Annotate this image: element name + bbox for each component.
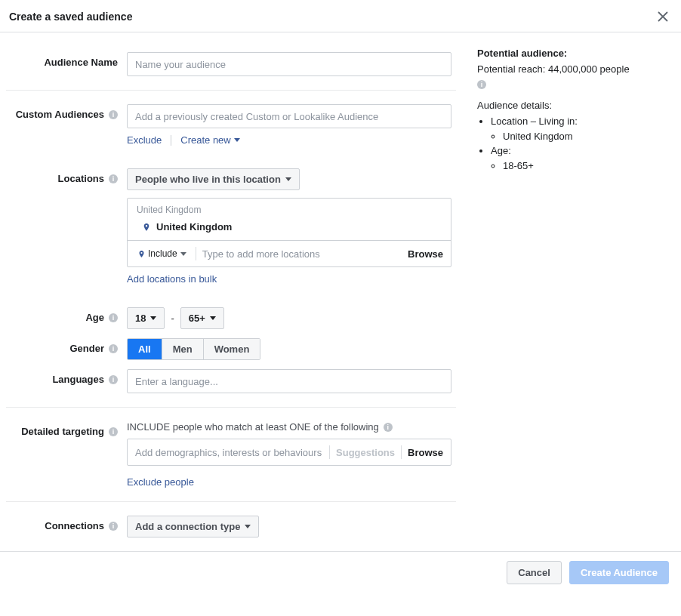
targeting-include-heading: INCLUDE people who match at least ONE of…	[127, 421, 379, 433]
connections-dropdown-label: Add a connection type	[135, 521, 240, 532]
create-saved-audience-modal: Create a saved audience Audience Name Cu…	[0, 0, 681, 593]
include-label: Include	[148, 248, 177, 259]
browse-locations-button[interactable]: Browse	[408, 248, 443, 260]
pin-icon	[143, 223, 150, 231]
caret-down-icon	[150, 316, 156, 320]
targeting-box: Suggestions Browse	[127, 439, 451, 466]
location-type-label: People who live in this location	[135, 174, 281, 185]
gender-button-group: All Men Women	[127, 338, 260, 360]
suggestions-button[interactable]: Suggestions	[336, 447, 395, 458]
modal-header: Create a saved audience	[0, 0, 681, 32]
detail-location-value: United Kingdom	[503, 129, 669, 144]
info-icon[interactable]: i	[384, 423, 393, 432]
divider	[6, 501, 456, 502]
add-locations-bulk-link[interactable]: Add locations in bulk	[127, 273, 217, 285]
close-icon[interactable]	[657, 11, 669, 23]
info-icon[interactable]: i	[109, 344, 118, 353]
age-max-dropdown[interactable]: 65+	[180, 307, 224, 329]
detail-location: Location – Living in: United Kingdom	[491, 114, 669, 143]
divider	[6, 407, 456, 408]
custom-audiences-label: Custom Audiences	[16, 109, 104, 120]
separator	[196, 247, 196, 260]
audience-details-heading: Audience details:	[477, 100, 669, 111]
location-item[interactable]: United Kingdom	[128, 217, 451, 240]
create-new-label: Create new	[180, 134, 230, 146]
detail-age-label: Age:	[491, 145, 511, 156]
detail-location-label: Location – Living in:	[491, 116, 578, 127]
separator	[401, 445, 402, 459]
info-icon[interactable]: i	[109, 313, 118, 322]
locations-label: Locations	[58, 173, 104, 184]
create-new-link[interactable]: Create new	[180, 134, 239, 146]
location-search-input[interactable]	[202, 244, 402, 263]
modal-footer: Cancel Create Audience	[0, 551, 681, 593]
browse-targeting-button[interactable]: Browse	[408, 447, 443, 458]
pin-icon	[138, 251, 145, 257]
exclude-people-link[interactable]: Exclude people	[127, 476, 194, 488]
age-max-value: 65+	[189, 313, 205, 324]
include-dropdown[interactable]: Include	[135, 247, 190, 260]
potential-reach-text: Potential reach: 44,000,000 people	[477, 63, 669, 75]
location-input-row: Include Browse	[128, 240, 451, 266]
connections-label: Connections	[45, 520, 104, 531]
location-type-dropdown[interactable]: People who live in this location	[127, 168, 300, 190]
audience-name-label: Audience Name	[44, 57, 118, 68]
gender-all-button[interactable]: All	[128, 339, 162, 359]
locations-box: United Kingdom United Kingdom Include	[127, 198, 451, 267]
divider	[6, 90, 456, 91]
languages-label: Languages	[52, 374, 104, 385]
potential-audience-panel: Potential audience: Potential reach: 44,…	[468, 48, 681, 542]
separator	[171, 135, 171, 146]
languages-input[interactable]	[127, 369, 451, 393]
gender-men-button[interactable]: Men	[162, 339, 204, 359]
info-icon[interactable]: i	[109, 427, 118, 436]
age-min-dropdown[interactable]: 18	[127, 307, 165, 329]
separator	[329, 445, 330, 459]
detailed-targeting-label: Detailed targeting	[21, 426, 104, 437]
gender-label: Gender	[69, 343, 104, 354]
info-icon[interactable]: i	[109, 110, 118, 119]
custom-audiences-input[interactable]	[127, 104, 451, 128]
audience-name-input[interactable]	[127, 52, 451, 76]
age-label: Age	[85, 312, 104, 323]
potential-audience-heading: Potential audience:	[477, 48, 669, 59]
targeting-input[interactable]	[135, 442, 323, 462]
age-min-value: 18	[135, 313, 146, 324]
location-item-label: United Kingdom	[156, 221, 232, 233]
cancel-button[interactable]: Cancel	[507, 561, 562, 584]
info-icon[interactable]: i	[109, 174, 118, 183]
info-icon[interactable]: i	[477, 80, 486, 89]
audience-details-list: Location – Living in: United Kingdom Age…	[477, 114, 669, 173]
caret-down-icon	[234, 138, 240, 142]
create-audience-button[interactable]: Create Audience	[569, 561, 669, 584]
info-icon[interactable]: i	[109, 375, 118, 384]
modal-title: Create a saved audience	[9, 11, 132, 23]
location-group-label: United Kingdom	[128, 199, 451, 217]
detail-age: Age: 18-65+	[491, 143, 669, 173]
gender-women-button[interactable]: Women	[204, 339, 260, 359]
caret-down-icon	[180, 252, 186, 256]
caret-down-icon	[285, 177, 291, 181]
info-icon[interactable]: i	[109, 522, 118, 531]
caret-down-icon	[245, 525, 251, 528]
exclude-link[interactable]: Exclude	[127, 134, 162, 146]
age-separator: -	[171, 313, 174, 324]
caret-down-icon	[210, 316, 216, 320]
detail-age-value: 18-65+	[503, 159, 669, 174]
connections-dropdown[interactable]: Add a connection type	[127, 516, 259, 537]
